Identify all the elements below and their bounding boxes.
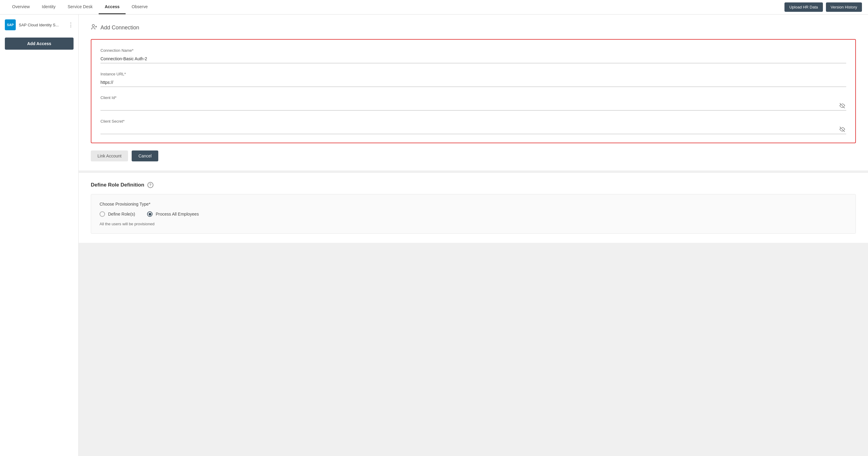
tab-observe[interactable]: Observe [126,0,154,14]
tab-overview[interactable]: Overview [6,0,36,14]
client-id-label: Client Id* [100,95,846,100]
help-icon[interactable]: ? [147,182,153,188]
client-secret-toggle-visibility[interactable] [838,125,846,134]
tab-access[interactable]: Access [99,0,126,14]
instance-url-input[interactable] [100,78,846,87]
role-definition-title: Define Role Definition [91,182,144,188]
sidebar-app-name: SAP Cloud Identity S... [19,23,65,27]
sap-logo: SAP [5,19,16,30]
nav-tabs: Overview Identity Service Desk Access Ob… [6,0,784,14]
sidebar-app-header: SAP SAP Cloud Identity S... ⋮ [5,19,73,33]
client-secret-input-wrapper [100,125,846,134]
client-id-input[interactable] [100,102,846,111]
more-options-icon[interactable]: ⋮ [68,22,73,28]
radio-group: Define Role(s) Process All Employees [100,211,847,217]
link-account-button[interactable]: Link Account [91,151,128,161]
connection-name-input[interactable] [100,55,846,63]
add-connection-title: Add Connection [100,25,139,31]
radio-define-roles[interactable]: Define Role(s) [100,211,135,217]
radio-process-all[interactable]: Process All Employees [147,211,198,217]
connection-name-label: Connection Name* [100,48,846,53]
action-buttons: Link Account Cancel [91,151,856,161]
tab-service-desk[interactable]: Service Desk [62,0,99,14]
client-secret-field: Client Secret* [100,119,846,134]
add-connection-header: Add Connection [91,24,856,32]
radio-process-all-label: Process All Employees [156,212,198,216]
connection-name-field: Connection Name* [100,48,846,63]
main-content: Add Connection Connection Name* Instance… [79,14,868,456]
radio-process-all-circle [147,211,153,217]
tab-identity[interactable]: Identity [36,0,61,14]
client-id-input-wrapper [100,102,846,111]
instance-url-input-wrapper [100,78,846,87]
instance-url-label: Instance URL* [100,72,846,76]
role-definition-header: Define Role Definition ? [91,182,856,188]
nav-actions: Upload HR Data Version History [784,2,862,12]
instance-url-field: Instance URL* [100,72,846,87]
define-role-card: Define Role Definition ? Choose Provisio… [79,173,868,243]
version-history-button[interactable]: Version History [826,2,862,12]
main-layout: SAP SAP Cloud Identity S... ⋮ Add Access [0,14,868,456]
provisioning-note: All the users will be provisioned [100,222,847,226]
svg-point-0 [92,25,94,27]
top-nav: Overview Identity Service Desk Access Ob… [0,0,868,14]
role-inner-card: Choose Provisioning Type* Define Role(s)… [91,194,856,234]
sidebar: SAP SAP Cloud Identity S... ⋮ Add Access [0,14,79,456]
add-access-button[interactable]: Add Access [5,37,73,50]
upload-hr-data-button[interactable]: Upload HR Data [784,2,823,12]
client-id-toggle-visibility[interactable] [838,102,846,111]
connection-name-input-wrapper [100,55,846,63]
client-secret-label: Client Secret* [100,119,846,124]
radio-define-roles-circle [100,211,105,217]
radio-define-roles-label: Define Role(s) [108,212,135,216]
provisioning-type-label: Choose Provisioning Type* [100,202,847,207]
client-secret-input[interactable] [100,125,846,134]
client-id-field: Client Id* [100,95,846,111]
cancel-button[interactable]: Cancel [132,151,158,161]
connection-form: Connection Name* Instance URL* Client Id… [91,39,856,143]
add-connection-icon [91,24,97,32]
add-connection-card: Add Connection Connection Name* Instance… [79,14,868,173]
